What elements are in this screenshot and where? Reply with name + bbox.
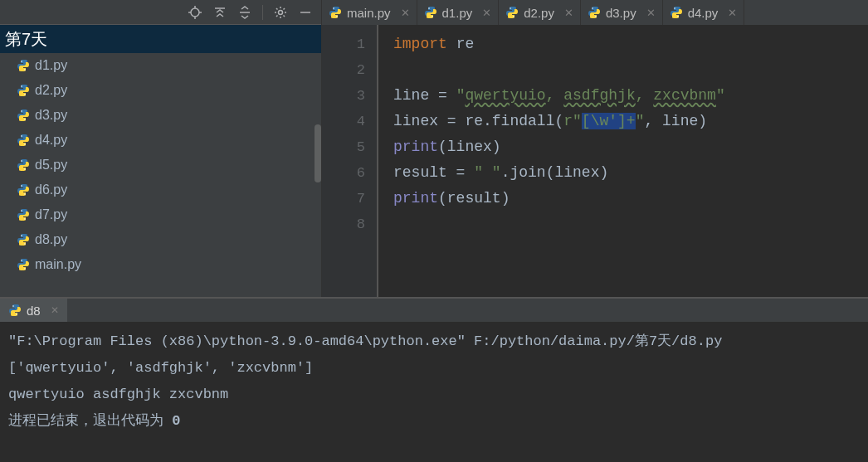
close-icon[interactable]: ✕	[51, 304, 59, 316]
tree-item[interactable]: main.py	[0, 252, 321, 277]
code-area[interactable]: 12345678 import reline = "qwertyuio, asd…	[322, 25, 868, 297]
tree-body: d1.pyd2.pyd3.pyd4.pyd5.pyd6.pyd7.pyd8.py…	[0, 53, 321, 297]
svg-point-21	[21, 210, 22, 212]
svg-point-19	[21, 185, 22, 187]
svg-point-37	[12, 305, 14, 307]
svg-point-34	[595, 16, 597, 17]
svg-point-33	[592, 7, 593, 9]
tree-item[interactable]: d8.py	[0, 227, 321, 252]
gutter-line-number: 6	[322, 160, 365, 186]
gutter-line-number: 1	[322, 32, 365, 57]
target-icon[interactable]	[188, 5, 202, 20]
code-line[interactable]: import re	[378, 32, 868, 57]
svg-point-7	[279, 10, 283, 14]
tree-item-label: d4.py	[35, 133, 67, 148]
editor-tab[interactable]: d3.py✕	[581, 0, 663, 25]
editor-tab[interactable]: d2.py✕	[499, 0, 581, 25]
python-icon	[17, 84, 30, 97]
svg-point-0	[191, 8, 199, 17]
editor-tab[interactable]: d1.py✕	[417, 0, 500, 25]
console-line: "F:\Program Files (x86)\python-3.9.0-amd…	[8, 328, 860, 355]
editor-tab[interactable]: main.py✕	[322, 0, 417, 25]
gear-icon[interactable]	[273, 5, 288, 20]
gutter-line-number: 5	[322, 134, 365, 160]
svg-point-14	[24, 119, 26, 120]
gutter-line-number: 8	[322, 212, 365, 237]
svg-point-13	[21, 110, 22, 112]
tree-header[interactable]: 第7天	[0, 25, 321, 53]
close-icon[interactable]: ✕	[646, 7, 656, 19]
close-icon[interactable]: ✕	[564, 7, 573, 19]
python-icon	[8, 304, 22, 317]
tree-toolbar	[0, 0, 321, 25]
tree-item-label: d6.py	[35, 182, 67, 197]
svg-point-18	[24, 168, 26, 170]
gutter-line-number: 7	[322, 186, 365, 212]
svg-point-24	[24, 243, 26, 245]
tree-item-label: d5.py	[35, 158, 67, 173]
close-icon[interactable]: ✕	[482, 7, 491, 19]
editor-tab-label: d1.py	[442, 6, 473, 20]
code-line[interactable]: result = " ".join(linex)	[378, 160, 868, 186]
tree-item[interactable]: d6.py	[0, 178, 321, 202]
console-line: 进程已结束，退出代码为 0	[8, 408, 860, 435]
tree-item-label: d2.py	[35, 83, 67, 98]
tree-item-label: d1.py	[35, 58, 67, 73]
tree-item[interactable]: d2.py	[0, 78, 321, 103]
svg-point-28	[336, 16, 338, 17]
svg-point-30	[432, 16, 433, 17]
python-icon	[17, 208, 30, 221]
tree-item-label: main.py	[35, 257, 81, 272]
editor-tab-label: main.py	[347, 6, 391, 20]
console-output[interactable]: "F:\Program Files (x86)\python-3.9.0-amd…	[0, 322, 868, 462]
svg-point-10	[24, 69, 26, 71]
collapse-all-icon[interactable]	[212, 5, 227, 20]
svg-point-25	[21, 260, 22, 261]
editor-tab[interactable]: d4.py✕	[663, 0, 745, 25]
expand-selection-icon[interactable]	[237, 5, 252, 20]
project-tree-panel: 第7天 d1.pyd2.pyd3.pyd4.pyd5.pyd6.pyd7.pyd…	[0, 0, 322, 297]
tree-item[interactable]: d4.py	[0, 128, 321, 153]
python-icon	[17, 233, 30, 246]
gutter: 12345678	[322, 25, 377, 297]
tree-item[interactable]: d1.py	[0, 53, 321, 78]
console-tab[interactable]: d8 ✕	[0, 299, 67, 322]
svg-point-35	[674, 7, 675, 9]
tree-item-label: d7.py	[35, 207, 67, 222]
editor-tab-label: d3.py	[606, 6, 636, 20]
scrollbar-thumb[interactable]	[315, 124, 321, 182]
tree-item[interactable]: d5.py	[0, 153, 321, 178]
python-icon	[329, 6, 342, 19]
svg-point-38	[16, 314, 17, 315]
code-line[interactable]: line = "qwertyuio, asdfghjk, zxcvbnm"	[378, 83, 868, 109]
code-line[interactable]	[378, 57, 868, 83]
console-tabs-row: d8 ✕	[0, 299, 868, 322]
python-icon	[17, 109, 30, 122]
editor-tabs-row: main.py✕d1.py✕d2.py✕d3.py✕d4.py✕	[322, 0, 868, 25]
python-icon	[588, 6, 601, 19]
gutter-line-number: 3	[322, 83, 365, 109]
python-icon	[670, 6, 683, 19]
svg-point-27	[333, 7, 334, 9]
code-line[interactable]: linex = re.findall(r"[\w']+", line)	[378, 109, 868, 134]
run-tool-window: d8 ✕ "F:\Program Files (x86)\python-3.9.…	[0, 297, 868, 462]
tree-item[interactable]: d7.py	[0, 202, 321, 227]
svg-point-22	[24, 218, 26, 220]
code-line[interactable]: print(linex)	[378, 134, 868, 160]
code-body[interactable]: import reline = "qwertyuio, asdfghjk, zx…	[377, 25, 868, 297]
toolbar-separator	[262, 5, 263, 20]
svg-point-23	[21, 235, 22, 236]
svg-point-16	[24, 143, 26, 145]
svg-point-17	[21, 160, 22, 162]
close-icon[interactable]: ✕	[401, 7, 410, 19]
gutter-line-number: 4	[322, 109, 365, 134]
svg-point-12	[24, 94, 26, 95]
close-icon[interactable]: ✕	[728, 7, 737, 19]
svg-point-36	[677, 16, 679, 17]
svg-point-32	[513, 16, 514, 17]
code-line[interactable]: print(result)	[378, 186, 868, 212]
tree-item[interactable]: d3.py	[0, 103, 321, 128]
svg-point-9	[21, 61, 22, 62]
minimize-icon[interactable]	[298, 5, 313, 20]
code-line[interactable]	[378, 212, 868, 237]
